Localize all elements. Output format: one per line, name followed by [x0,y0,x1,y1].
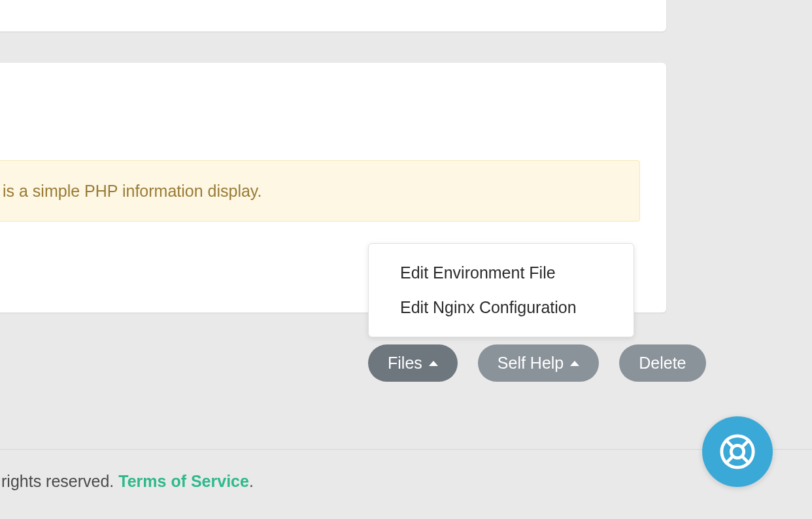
footer-suffix: . [249,472,254,490]
files-dropdown-menu: Edit Environment File Edit Nginx Configu… [368,243,634,337]
caret-up-icon [570,361,579,366]
dropdown-item-edit-nginx[interactable]: Edit Nginx Configuration [369,290,634,325]
self-help-button-label: Self Help [498,354,564,373]
dropdown-item-label: Edit Environment File [400,263,556,282]
svg-line-5 [726,456,733,463]
card-top [0,0,666,31]
lifesaver-icon [719,433,756,471]
dropdown-item-edit-env[interactable]: Edit Environment File [369,256,634,290]
alert-banner: is a simple PHP information display. [0,160,640,222]
action-button-row: Files Self Help Delete [368,344,706,382]
alert-text: is a simple PHP information display. [3,182,262,201]
footer-divider [0,449,812,450]
caret-up-icon [429,361,438,366]
svg-line-2 [726,441,733,447]
footer-prefix: rights reserved. [1,472,118,490]
svg-line-4 [742,441,749,447]
svg-line-3 [742,456,749,463]
delete-button[interactable]: Delete [619,344,705,382]
self-help-button[interactable]: Self Help [478,344,599,382]
dropdown-item-label: Edit Nginx Configuration [400,298,577,316]
help-floating-button[interactable] [702,416,773,487]
files-button-label: Files [388,354,422,373]
footer-text: rights reserved. Terms of Service. [1,472,254,491]
files-button[interactable]: Files [368,344,458,382]
delete-button-label: Delete [639,354,686,373]
terms-of-service-link[interactable]: Terms of Service [118,472,249,490]
